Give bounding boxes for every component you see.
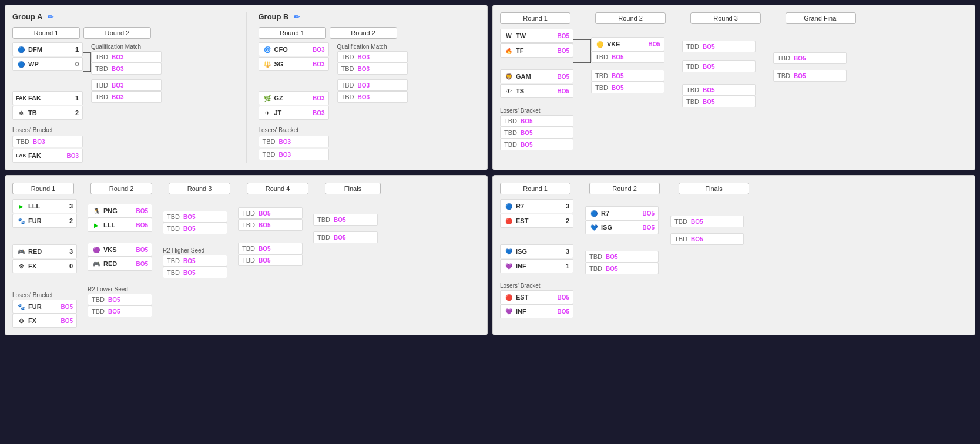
group-a-loser1: TBD BO3 xyxy=(12,136,83,147)
main-gf-label: Grand Final xyxy=(786,12,856,24)
bl-r1-label: Round 1 xyxy=(12,183,74,194)
panel-bottom-left: Round 1 Round 2 Round 3 Round 4 Finals ▶… xyxy=(5,175,488,335)
group-b-round2-label: Round 2 xyxy=(330,27,397,39)
bl-r2lower-label: R2 Lower Seed xyxy=(88,285,152,294)
br-finals-col: TBD BO5 TBD BO5 xyxy=(670,199,744,245)
group-a-losers-label: Losers' Bracket xyxy=(12,126,83,134)
group-b-edit-icon[interactable]: ✏ xyxy=(294,13,300,21)
panel-bottom-right: Round 1 Round 2 Finals 🔵 R7 3 🔴 EST xyxy=(492,175,975,335)
br-loser-est: 🔴 EST BO5 xyxy=(500,290,573,304)
dfm-icon: 🔵 xyxy=(16,45,26,54)
ts-icon: 👁 xyxy=(504,86,514,96)
br-loser-inf: 💜 INF BO5 xyxy=(500,304,573,318)
main-r2-tbd3: TBD BO5 xyxy=(591,82,664,93)
bl-r2higher-label: R2 Higher Seed xyxy=(163,246,227,255)
inf2-icon: 💜 xyxy=(504,307,514,316)
group-a-round1-label: Round 1 xyxy=(12,27,80,39)
main-r3-1: TBD BO5 xyxy=(682,41,756,52)
main-r2-tbd1: TBD BO5 xyxy=(591,51,664,63)
bl-r3-2: TBD BO5 xyxy=(163,223,227,234)
match-isg-inf: 💙 ISG 3 💜 INF 1 xyxy=(500,244,573,273)
main-loser3: TBD BO5 xyxy=(500,139,573,150)
br-r1-label: Round 1 xyxy=(500,183,570,194)
main-r2-vke: 🟡 VKE BO5 xyxy=(591,37,664,51)
main-r1-label: Round 1 xyxy=(500,12,570,24)
gam-icon: 🦁 xyxy=(504,72,514,81)
team-dfm: 🔵 DFM 1 xyxy=(12,42,83,56)
team-isg: 💙 ISG 3 xyxy=(500,244,573,258)
match-tw-tf: W TW BO5 🔥 TF BO5 xyxy=(500,29,573,58)
main-r2-tbd2: TBD BO5 xyxy=(591,70,664,82)
main-r3-label: Round 3 xyxy=(690,12,761,24)
group-b-r2-1: TBD BO3 xyxy=(337,51,408,63)
r7-icon: 🔵 xyxy=(504,201,514,211)
bl-loser-fur: 🐾 FUR BO5 xyxy=(12,300,77,314)
group-b-r2-col: Qualification Match TBD BO3 TBD BO3 TBD xyxy=(337,42,408,103)
lll2-icon: ▶ xyxy=(92,220,101,230)
group-b-loser2: TBD BO3 xyxy=(259,149,329,160)
bl-loser-fx: ⚙ FX BO5 xyxy=(12,314,77,328)
br-r2-col: 🔵 R7 BO5 💙 ISG BO5 TBD BO5 TBD BO5 xyxy=(585,199,659,274)
br-r2-isg: 💙 ISG BO5 xyxy=(585,220,659,234)
main-losers-label: Losers' Bracket xyxy=(500,106,573,115)
team-ts: 👁 TS BO5 xyxy=(500,84,573,98)
sg-icon: 🔱 xyxy=(263,59,272,69)
group-b-losers-label: Losers' Bracket xyxy=(259,126,329,134)
bl-r4-3: TBD BO5 xyxy=(238,243,303,254)
group-b-loser1: TBD BO3 xyxy=(259,136,329,147)
est2-icon: 🔴 xyxy=(504,292,514,302)
bl-final-1: TBD BO5 xyxy=(313,214,378,226)
team-lll: ▶ LLL 3 xyxy=(12,199,77,213)
fak2-icon: FAK xyxy=(16,151,26,160)
br-losers-label: Losers' Bracket xyxy=(500,281,573,290)
br-final-1: TBD BO5 xyxy=(670,216,744,227)
wp-icon: 🔵 xyxy=(16,59,26,69)
team-wp: 🔵 WP 0 xyxy=(12,57,83,71)
group-a-loser2: FAK FAK BO3 xyxy=(12,149,83,163)
team-inf: 💜 INF 1 xyxy=(500,259,573,273)
group-a-title: Group A ✏ xyxy=(12,12,234,21)
vke-icon: 🟡 xyxy=(595,39,605,49)
bl-r3-col: TBD BO5 TBD BO5 R2 Higher Seed TBD BO5 T… xyxy=(163,199,227,278)
team-est: 🔴 EST 2 xyxy=(500,214,573,228)
br-r2-r7: 🔵 R7 BO5 xyxy=(585,206,659,220)
group-a-r2-col: Qualification Match TBD BO3 TBD BO3 TBD xyxy=(91,42,162,103)
jt-icon: ✈ xyxy=(263,108,272,117)
est-icon: 🔴 xyxy=(504,216,514,226)
match-fak-tb: FAK FAK 1 ❄ TB 2 xyxy=(12,91,83,120)
bl-r3-1: TBD BO5 xyxy=(163,211,227,223)
fx-icon: ⚙ xyxy=(16,261,26,271)
main-r3-3: TBD BO5 xyxy=(682,84,756,96)
gz-icon: 🌿 xyxy=(263,93,272,103)
bl-r4-label: Round 4 xyxy=(247,183,308,194)
group-a-qual-label: Qualification Match xyxy=(91,42,162,51)
group-a-edit-icon[interactable]: ✏ xyxy=(48,13,53,21)
bl-r4-1: TBD BO5 xyxy=(238,207,303,219)
bl-r2-col: 🐧 PNG BO5 ▶ LLL BO5 🟣 VKS BO5 🎮 RE xyxy=(88,199,152,317)
main-loser2: TBD BO5 xyxy=(500,127,573,139)
main-r3-col: TBD BO5 TBD BO5 TBD BO5 TBD BO5 xyxy=(682,29,756,107)
bl-finals-col: TBD BO5 TBD BO5 xyxy=(313,199,372,243)
group-b-qual-label: Qualification Match xyxy=(337,42,408,51)
main-gf-1: TBD BO5 xyxy=(773,52,847,64)
bl-r2-png: 🐧 PNG BO5 xyxy=(88,204,152,218)
tw-icon: W xyxy=(504,31,514,41)
group-a-r2-4: TBD BO3 xyxy=(91,91,162,103)
group-a-section: Group A ✏ Round 1 Round 2 🔵 DFM xyxy=(12,12,234,163)
red-icon: 🎮 xyxy=(16,247,26,256)
group-b-r2-4: TBD BO3 xyxy=(337,91,408,103)
match-lll-fur: ▶ LLL 3 🐾 FUR 2 xyxy=(12,199,77,228)
team-jt: ✈ JT BO3 xyxy=(259,106,329,120)
bl-r2lower-2: TBD BO5 xyxy=(88,305,152,317)
tf-icon: 🔥 xyxy=(504,46,514,55)
main-r3-2: TBD BO5 xyxy=(682,60,756,72)
team-fak: FAK FAK 1 xyxy=(12,91,83,105)
br-r2-label: Round 2 xyxy=(589,183,660,194)
team-red: 🎮 RED 3 xyxy=(12,244,77,258)
png-icon: 🐧 xyxy=(92,206,101,216)
team-tf: 🔥 TF BO5 xyxy=(500,43,573,58)
main-gf-col: TBD BO5 TBD BO5 xyxy=(773,29,847,82)
main-r1-col: W TW BO5 🔥 TF BO5 🦁 GAM BO5 xyxy=(500,29,573,150)
main-gf-2: TBD BO5 xyxy=(773,70,847,82)
bl-r1-col: ▶ LLL 3 🐾 FUR 2 🎮 RED 3 xyxy=(12,199,77,328)
